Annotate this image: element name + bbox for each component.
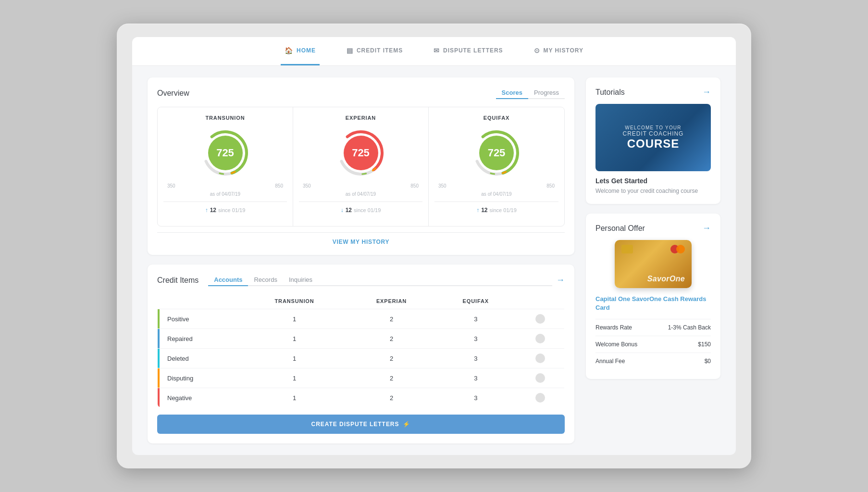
- row-indicator-4: [158, 388, 160, 407]
- nav-item-home[interactable]: 🏠 HOME: [281, 37, 320, 65]
- offer-detail-row-2: Annual Fee $0: [595, 353, 711, 369]
- credit-tab-inquiries[interactable]: Inquiries: [283, 274, 318, 286]
- table-row[interactable]: Deleted 1 2 3: [158, 349, 565, 368]
- credit-tab-records[interactable]: Records: [248, 274, 283, 286]
- brand-circle-orange: [676, 245, 685, 253]
- nav-item-dispute-letters[interactable]: ✉ DISPUTE LETTERS: [430, 37, 507, 65]
- down-arrow-experian: ↓: [341, 207, 344, 214]
- nav-item-credit-items[interactable]: ▤ CREDIT ITEMS: [343, 37, 407, 65]
- table-row[interactable]: Repaired 1 2 3: [158, 329, 565, 349]
- offer-detail-value-0: 1-3% Cash Back: [668, 324, 711, 331]
- overview-card: Overview Scores Progress TRANSUNION: [148, 77, 574, 255]
- offer-detail-label-0: Rewards Rate: [595, 324, 632, 331]
- card-chip: [621, 245, 633, 253]
- row-label-0: Positive: [158, 309, 242, 329]
- table-row[interactable]: Positive 1 2 3: [158, 309, 565, 329]
- score-value-experian: 725: [344, 136, 378, 170]
- gauge-experian: 725: [335, 126, 387, 179]
- card-logo: SavorOne: [647, 275, 685, 283]
- credit-tab-group: Accounts Records Inquiries: [208, 274, 552, 286]
- max-label-equifax: 850: [546, 183, 555, 189]
- credit-tab-accounts[interactable]: Accounts: [208, 274, 248, 286]
- change-since-experian: since 01/19: [354, 207, 381, 213]
- row-transunion-1: 1: [241, 329, 347, 349]
- offer-card-title: Capital One SavorOne Cash Rewards Card: [595, 295, 711, 312]
- row-dot-3: [516, 368, 564, 388]
- change-num-equifax: 12: [481, 207, 487, 214]
- score-change-equifax: ↑ 12 since 01/19: [434, 202, 558, 218]
- credit-items-card: Credit Items Accounts Records Inquiries …: [148, 265, 574, 443]
- nav-label-credit-items: CREDIT ITEMS: [357, 47, 403, 54]
- score-date-experian: as of 04/07/19: [299, 191, 422, 197]
- table-row[interactable]: Negative 1 2 3: [158, 388, 565, 408]
- row-dot-4: [516, 388, 564, 408]
- tutorials-header: Tutorials →: [595, 87, 711, 97]
- tutorial-welcome-text: WELCOME TO YOUR: [623, 125, 684, 130]
- row-dot-2: [516, 349, 564, 368]
- scores-grid: TRANSUNION 725: [157, 107, 565, 227]
- overview-title: Overview: [157, 89, 189, 98]
- tutorials-card: Tutorials → WELCOME TO YOUR CREDIT COACH…: [586, 77, 720, 204]
- offer-arrow[interactable]: →: [702, 223, 711, 233]
- main-content: Overview Scores Progress TRANSUNION: [132, 66, 736, 455]
- nav-label-my-history: MY HISTORY: [543, 47, 583, 54]
- score-date-transunion: as of 04/07/19: [163, 191, 287, 197]
- tutorials-arrow[interactable]: →: [702, 87, 711, 97]
- col-header-transunion: TRANSUNION: [241, 293, 347, 309]
- table-row[interactable]: Disputing 1 2 3: [158, 368, 565, 388]
- main-nav: 🏠 HOME ▤ CREDIT ITEMS ✉ DISPUTE LETTERS …: [132, 37, 736, 66]
- tutorial-course-text: COURSE: [623, 137, 684, 151]
- row-transunion-0: 1: [241, 309, 347, 329]
- score-value-equifax: 725: [479, 136, 514, 170]
- my-history-icon: ⊙: [534, 47, 540, 54]
- score-card-equifax: EQUIFAX 725 3: [429, 107, 564, 226]
- offer-header: Personal Offer →: [595, 223, 711, 233]
- row-dot-0: [516, 309, 564, 329]
- row-dot-icon-3: [535, 373, 545, 383]
- row-indicator-2: [158, 349, 160, 368]
- min-label-equifax: 350: [438, 183, 446, 189]
- device-frame: 🏠 HOME ▤ CREDIT ITEMS ✉ DISPUTE LETTERS …: [117, 24, 751, 468]
- offer-details: Rewards Rate 1-3% Cash Back Welcome Bonu…: [595, 319, 711, 369]
- change-num-transunion: 12: [210, 207, 216, 214]
- offer-title: Personal Offer: [595, 224, 645, 233]
- nav-label-home: HOME: [297, 47, 316, 54]
- lightning-icon: ⚡: [403, 421, 410, 428]
- card-brand: [670, 245, 685, 253]
- row-experian-0: 2: [347, 309, 436, 329]
- credit-items-icon: ▤: [347, 47, 353, 54]
- credit-card-visual: SavorOne: [615, 240, 692, 288]
- card-image-container: SavorOne: [595, 240, 711, 288]
- offer-detail-row-1: Welcome Bonus $150: [595, 336, 711, 353]
- nav-label-dispute-letters: DISPUTE LETTERS: [443, 47, 503, 54]
- view-history-link[interactable]: VIEW MY HISTORY: [157, 232, 565, 245]
- score-change-transunion: ↑ 12 since 01/19: [163, 202, 287, 218]
- credit-items-arrow[interactable]: →: [556, 275, 565, 285]
- tutorial-credit-text: CREDIT COACHING: [623, 130, 684, 137]
- row-indicator-1: [158, 329, 160, 348]
- score-card-experian: EXPERIAN 725: [293, 107, 429, 226]
- max-label-transunion: 850: [275, 183, 283, 189]
- score-change-experian: ↓ 12 since 01/19: [299, 202, 422, 218]
- tab-progress[interactable]: Progress: [528, 87, 565, 99]
- offer-detail-label-2: Annual Fee: [595, 358, 625, 365]
- min-label-transunion: 350: [167, 183, 175, 189]
- create-dispute-button[interactable]: CREATE DISPUTE LETTERS ⚡: [157, 415, 565, 434]
- change-since-equifax: since 01/19: [490, 207, 517, 213]
- max-label-experian: 850: [410, 183, 419, 189]
- offer-detail-value-2: $0: [705, 358, 711, 365]
- tab-scores[interactable]: Scores: [496, 87, 528, 99]
- nav-item-my-history[interactable]: ⊙ MY HISTORY: [530, 37, 587, 65]
- row-experian-1: 2: [347, 329, 436, 349]
- min-label-experian: 350: [303, 183, 311, 189]
- row-transunion-3: 1: [241, 368, 347, 388]
- row-dot-icon-4: [535, 393, 545, 403]
- row-equifax-0: 3: [435, 309, 516, 329]
- row-dot-icon-2: [535, 353, 545, 363]
- tutorial-image[interactable]: WELCOME TO YOUR CREDIT COACHING COURSE: [595, 104, 711, 171]
- score-date-equifax: as of 04/07/19: [434, 191, 558, 197]
- tutorial-image-text: WELCOME TO YOUR CREDIT COACHING COURSE: [623, 125, 684, 151]
- overview-tabs: Scores Progress: [496, 87, 565, 99]
- overview-tab-group: Scores Progress: [496, 87, 565, 99]
- col-header-action: [516, 293, 564, 309]
